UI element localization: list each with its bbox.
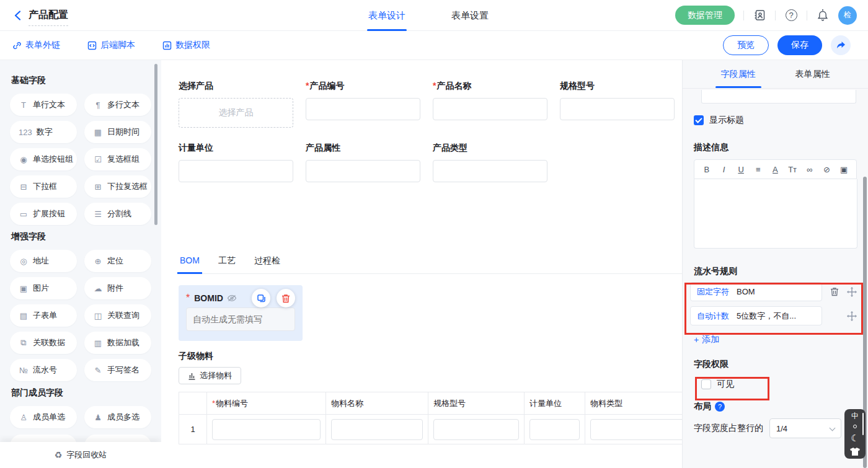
preview-button[interactable]: 预览: [723, 35, 769, 55]
field-pill[interactable]: ▭ 扩展按钮: [10, 203, 77, 225]
add-rule-button[interactable]: + 添加: [694, 334, 868, 345]
form-field[interactable]: 产品属性: [306, 143, 420, 182]
tab-field-properties[interactable]: 字段属性: [719, 60, 758, 88]
cell-input[interactable]: [212, 419, 321, 440]
user-avatar[interactable]: 检: [838, 6, 857, 25]
data-manage-button[interactable]: 数据管理: [675, 6, 735, 25]
column-header: *计量单位: [525, 392, 585, 415]
rich-text-tool[interactable]: ≡: [754, 165, 763, 174]
serial-rule-fixed[interactable]: 固定字符 BOM: [690, 282, 822, 301]
tshirt-icon[interactable]: [850, 448, 860, 456]
canvas-tab[interactable]: BOM: [179, 255, 201, 273]
delete-field-button[interactable]: [277, 289, 295, 307]
language-toggle[interactable]: 中: [851, 412, 859, 420]
serial-rule-counter[interactable]: 自动计数 5位数字，不自...: [690, 306, 822, 325]
rich-text-tool[interactable]: ▣: [839, 165, 848, 174]
field-pill[interactable]: ✎ 手写签名: [84, 359, 151, 381]
bomid-field-selected[interactable]: * BOMID: [179, 285, 303, 341]
field-recycle-bin[interactable]: ♻ 字段回收站: [0, 442, 161, 468]
move-rule-icon[interactable]: [847, 311, 857, 321]
title-input-partial[interactable]: [701, 90, 856, 104]
sidebar-scrollbar[interactable]: [154, 64, 157, 225]
field-pill[interactable]: № 流水号: [10, 359, 77, 381]
description-textarea[interactable]: [694, 179, 857, 249]
canvas-tab[interactable]: 工艺: [217, 255, 237, 273]
visible-checkbox[interactable]: [701, 379, 711, 389]
field-pill[interactable]: ▦ 日期时间: [84, 121, 151, 143]
field-input[interactable]: [560, 98, 675, 120]
data-permission-button[interactable]: 数据权限: [162, 40, 210, 51]
show-title-checkbox[interactable]: [694, 115, 704, 125]
field-pill-label: 关联数据: [33, 337, 65, 348]
move-rule-icon[interactable]: [847, 287, 857, 297]
tab-form-settings[interactable]: 表单设置: [450, 0, 490, 31]
rich-text-tool[interactable]: ⊘: [822, 165, 831, 174]
field-product-picker[interactable]: 选择产品 选择产品: [179, 81, 293, 128]
form-field[interactable]: 产品类型: [433, 143, 547, 182]
field-pill[interactable]: ⊕ 定位: [84, 250, 151, 272]
field-pill[interactable]: ☁ 附件: [84, 277, 151, 299]
rich-text-tool[interactable]: ∞: [805, 165, 814, 174]
select-material-button[interactable]: 选择物料: [179, 367, 241, 384]
field-pill[interactable]: 123 数字: [10, 121, 77, 143]
field-width-select[interactable]: 1/4: [769, 418, 841, 438]
canvas-tab[interactable]: 过程检: [253, 255, 281, 273]
rich-text-tool[interactable]: B: [702, 165, 711, 174]
form-external-link-button[interactable]: 表单外链: [12, 40, 60, 51]
dark-mode-moon-icon[interactable]: ☾: [851, 433, 859, 443]
field-pill[interactable]: ⧉ 关联数据: [10, 332, 77, 354]
rich-text-tool[interactable]: U: [737, 165, 745, 174]
backend-script-button[interactable]: 后端脚本: [87, 40, 135, 51]
divider: [775, 11, 776, 20]
cell-input[interactable]: [433, 419, 519, 440]
ring-icon[interactable]: [853, 425, 857, 428]
field-label: 产品编号: [309, 81, 344, 91]
field-pill[interactable]: ◎ 地址: [10, 250, 77, 272]
delete-rule-icon[interactable]: [830, 287, 839, 296]
field-input[interactable]: [433, 98, 547, 120]
rich-text-tool[interactable]: Tт: [788, 165, 797, 174]
field-pill[interactable]: ⊟ 下拉框: [10, 175, 77, 198]
cell-input[interactable]: [529, 419, 580, 440]
rich-text-tool[interactable]: A: [771, 165, 779, 174]
field-pill[interactable]: ▤ 子表单: [10, 304, 77, 327]
form-field[interactable]: *产品名称: [433, 81, 547, 128]
form-field[interactable]: *产品编号: [306, 81, 420, 128]
field-pill[interactable]: ☑ 复选框组: [84, 148, 151, 170]
form-field[interactable]: 计量单位: [179, 143, 293, 182]
layout-help-icon[interactable]: ?: [715, 402, 725, 412]
rich-text-tool[interactable]: I: [719, 165, 728, 174]
cell-input[interactable]: [331, 419, 423, 440]
contact-book-icon[interactable]: [753, 9, 766, 22]
field-input[interactable]: [306, 160, 420, 182]
field-pill[interactable]: ♙ 成员单选: [10, 406, 77, 428]
field-input[interactable]: [179, 160, 293, 182]
bomid-input[interactable]: [186, 307, 295, 331]
field-pill[interactable]: ♟ 成员多选: [84, 406, 151, 428]
field-pill[interactable]: ⊞ 下拉复选框: [84, 175, 151, 198]
form-field[interactable]: *规格型号: [560, 81, 675, 128]
field-input[interactable]: [433, 160, 547, 182]
cell-input[interactable]: [590, 419, 682, 440]
field-pill[interactable]: T 单行文本: [10, 94, 77, 116]
save-button[interactable]: 保存: [777, 35, 822, 55]
share-button[interactable]: [831, 35, 851, 55]
field-pill-icon: ▦: [93, 128, 103, 137]
field-pill[interactable]: ▣ 图片: [10, 277, 77, 299]
field-pill[interactable]: ¶ 多行文本: [84, 94, 151, 116]
copy-field-button[interactable]: [252, 289, 270, 307]
tab-form-properties[interactable]: 表单属性: [794, 60, 832, 88]
form-design-canvas[interactable]: 选择产品 选择产品 *产品编号 *产品名称 *规格型号 计量单位 产品属: [161, 60, 682, 468]
field-pill[interactable]: ◉ 单选按钮组: [10, 148, 77, 170]
help-icon[interactable]: ?: [784, 9, 798, 22]
field-pill-icon: ✎: [93, 366, 103, 375]
field-pill[interactable]: ◫ 关联查询: [84, 304, 151, 327]
field-pill[interactable]: ▥ 数据加载: [84, 332, 151, 354]
back-button[interactable]: [11, 9, 24, 22]
field-pill-icon: ⊟: [19, 182, 29, 192]
product-picker-button[interactable]: 选择产品: [179, 98, 293, 128]
tab-form-design[interactable]: 表单设计: [367, 0, 407, 31]
field-input[interactable]: [306, 98, 420, 120]
notification-bell-icon[interactable]: [816, 9, 830, 22]
field-pill[interactable]: ☰ 分割线: [84, 203, 151, 225]
